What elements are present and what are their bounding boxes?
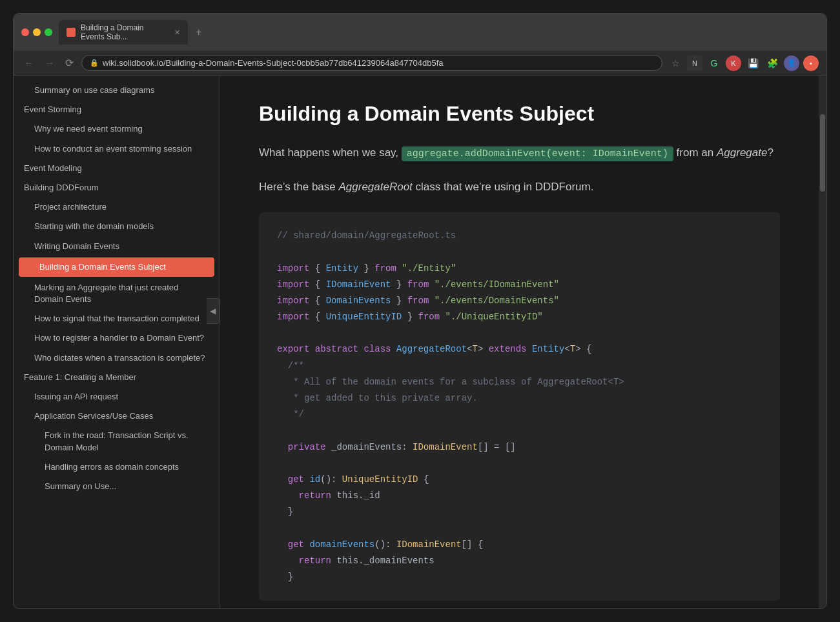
title-bar: Building a Domain Events Sub... ✕ +: [14, 14, 826, 51]
code-line-jsdoc-2: * All of the domain events for a subclas…: [277, 374, 762, 390]
sidebar-item-summary-on-use[interactable]: Summary on Use...: [14, 477, 220, 496]
tab-title: Building a Domain Events Sub...: [81, 23, 169, 41]
sidebar-item-building-dddforum[interactable]: Building DDDForum: [14, 178, 220, 197]
inline-code: aggregate.addDomainEvent(event: IDomainE…: [402, 146, 673, 161]
code-line-get-domain-events: get domainEvents(): IDomainEvent[] {: [277, 537, 762, 553]
sidebar-item-how-conduct[interactable]: How to conduct an event storming session: [14, 139, 220, 159]
page-title: Building a Domain Events Subject: [259, 101, 780, 126]
new-tab-button[interactable]: +: [192, 25, 205, 39]
code-line-import-4: import { UniqueEntityID } from "./Unique…: [277, 309, 762, 325]
sidebar-item-summary-use-case[interactable]: Summary on use case diagrams: [14, 81, 220, 100]
code-line-close-domain-events: }: [277, 569, 762, 585]
code-line-empty-4: [277, 456, 762, 472]
extension-icon-save[interactable]: 💾: [745, 55, 761, 71]
bookmark-icon[interactable]: ☆: [668, 55, 683, 71]
tab-close-button[interactable]: ✕: [174, 28, 180, 37]
sidebar-item-who-dictates[interactable]: Who dictates when a transaction is compl…: [14, 348, 220, 368]
aggregate-root-italic: AggregateRoot: [338, 181, 412, 193]
tab-bar: Building a Domain Events Sub... ✕ +: [59, 20, 819, 45]
code-line-empty-2: [277, 325, 762, 341]
sidebar-item-issuing-api[interactable]: Issuing an API request: [14, 387, 220, 406]
sidebar-item-starting-domain-models[interactable]: Starting with the domain models: [14, 217, 220, 236]
code-line-empty-3: [277, 423, 762, 439]
content-area: Building a Domain Events Subject What ha…: [220, 75, 819, 608]
reload-button[interactable]: ⟳: [63, 55, 76, 70]
code-line-import-3: import { DomainEvents } from "./events/D…: [277, 293, 762, 309]
sidebar-item-how-signal[interactable]: How to signal that the transaction compl…: [14, 309, 220, 328]
code-line-empty-1: [277, 244, 762, 260]
code-block: // shared/domain/AggregateRoot.ts import…: [259, 212, 780, 601]
code-line-jsdoc-4: */: [277, 406, 762, 423]
intro-part1: What happens when we say,: [259, 146, 402, 159]
intro-paragraph: What happens when we say, aggregate.addD…: [259, 144, 780, 163]
nav-bar: ← → ⟳ 🔒 wiki.solidbook.io/Building-a-Dom…: [14, 51, 826, 75]
sidebar-item-why-event-storming[interactable]: Why we need event storming: [14, 119, 220, 139]
extensions-icon[interactable]: 🧩: [764, 55, 780, 71]
lock-icon: 🔒: [90, 59, 99, 67]
sidebar-item-project-architecture[interactable]: Project architecture: [14, 197, 220, 217]
base-class-text: Here’s the base: [259, 181, 338, 193]
sidebar: Summary on use case diagrams Event Storm…: [14, 75, 220, 608]
sidebar-item-fork-road[interactable]: Fork in the road: Transaction Script vs.…: [14, 426, 220, 457]
base-class-rest: class that we’re using in DDDForum.: [413, 181, 594, 193]
tab-favicon: [67, 28, 76, 37]
red-dot-icon[interactable]: •: [803, 55, 819, 71]
url-text: wiki.solidbook.io/Building-a-Domain-Even…: [103, 58, 444, 68]
close-button[interactable]: [21, 28, 29, 36]
sidebar-toggle-button[interactable]: ◀: [207, 298, 220, 324]
sidebar-item-event-modeling[interactable]: Event Modeling: [14, 159, 220, 178]
code-line-jsdoc-1: /**: [277, 358, 762, 374]
base-class-paragraph: Here’s the base AggregateRoot class that…: [259, 178, 780, 197]
intro-part3: ?: [767, 146, 773, 159]
intro-part2: from an: [673, 146, 717, 159]
code-line-close-id: }: [277, 504, 762, 520]
user-avatar[interactable]: 👤: [784, 55, 799, 71]
code-line-import-1: import { Entity } from "./Entity": [277, 261, 762, 277]
extension-icon-g[interactable]: G: [706, 55, 722, 71]
sidebar-item-event-storming[interactable]: Event Storming: [14, 100, 220, 119]
minimize-button[interactable]: [33, 28, 41, 36]
code-line-private: private _domainEvents: IDomainEvent[] = …: [277, 439, 762, 456]
code-line-class: export abstract class AggregateRoot<T> e…: [277, 341, 762, 357]
code-line-import-2: import { IDomainEvent } from "./events/I…: [277, 277, 762, 293]
maximize-button[interactable]: [45, 28, 52, 36]
extension-icon-k[interactable]: K: [726, 55, 741, 71]
window-controls: [21, 28, 52, 36]
nav-icons: ☆ N G K 💾 🧩 👤 •: [668, 55, 819, 71]
sidebar-item-marking-aggregate[interactable]: Marking an Aggregate that just created D…: [14, 278, 220, 309]
sidebar-item-building-domain-events-subject[interactable]: Building a Domain Events Subject: [19, 257, 214, 277]
code-line-jsdoc-3: * get added to this private array.: [277, 390, 762, 406]
scrollbar-thumb[interactable]: [820, 114, 825, 192]
sidebar-item-how-register[interactable]: How to register a handler to a Domain Ev…: [14, 328, 220, 348]
sidebar-item-feature-1[interactable]: Feature 1: Creating a Member: [14, 368, 220, 387]
sidebar-item-handling-errors[interactable]: Handling errors as domain concepts: [14, 457, 220, 477]
notion-icon[interactable]: N: [687, 55, 702, 71]
browser-window: Building a Domain Events Sub... ✕ + ← → …: [13, 13, 827, 609]
code-line-get-id: get id(): UniqueEntityID {: [277, 472, 762, 488]
code-line-return-id: return this._id: [277, 488, 762, 504]
aggregate-italic: Aggregate: [717, 146, 767, 159]
code-line-empty-5: [277, 521, 762, 537]
active-tab[interactable]: Building a Domain Events Sub... ✕: [59, 20, 188, 45]
back-button[interactable]: ←: [21, 56, 37, 70]
sidebar-item-application-services[interactable]: Application Services/Use Cases: [14, 406, 220, 426]
main-content: Summary on use case diagrams Event Storm…: [14, 75, 826, 608]
address-bar[interactable]: 🔒 wiki.solidbook.io/Building-a-Domain-Ev…: [81, 55, 662, 71]
code-line-return-domain-events: return this._domainEvents: [277, 553, 762, 569]
code-line-comment: // shared/domain/AggregateRoot.ts: [277, 228, 762, 244]
scrollbar-track[interactable]: [819, 75, 826, 608]
forward-button[interactable]: →: [42, 56, 57, 70]
sidebar-item-writing-domain-events[interactable]: Writing Domain Events: [14, 237, 220, 256]
